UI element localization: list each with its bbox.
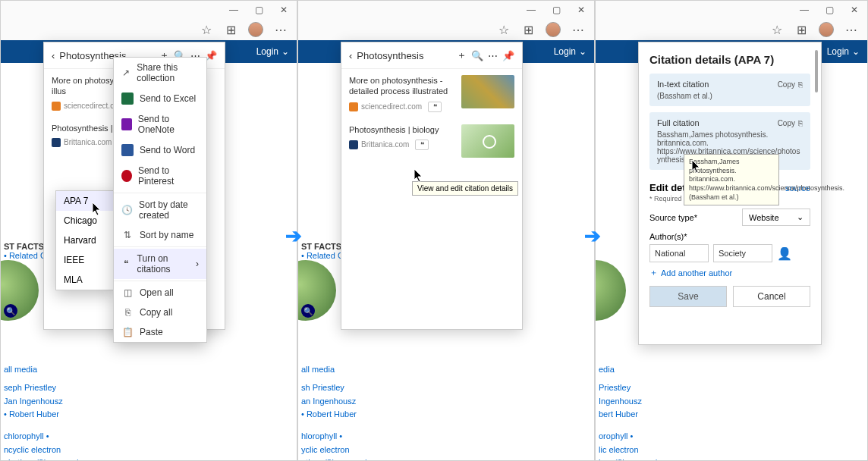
full-label: Full citation	[657, 118, 700, 127]
scrollbar[interactable]	[815, 50, 818, 93]
more-icon[interactable]: ⋯	[571, 23, 585, 36]
author-first-input[interactable]: National	[649, 244, 709, 262]
all-media-link[interactable]: all media	[4, 365, 37, 374]
link-ingenhousz[interactable]: an Ingenhousz	[301, 395, 357, 409]
menu-paste[interactable]: 📋Paste	[114, 322, 206, 342]
intext-citation-box: In-text citation Copy ⎘ (Bassham et al.)	[649, 74, 810, 106]
profile-avatar[interactable]	[546, 22, 561, 37]
menu-sort-date[interactable]: 🕓Sort by date created	[114, 195, 206, 225]
menu-excel[interactable]: Send to Excel	[114, 88, 206, 109]
link-electron[interactable]: ncyclic electron	[4, 445, 61, 454]
menu-sort-name[interactable]: ⇅Sort by name	[114, 225, 206, 245]
profile-avatar[interactable]	[819, 22, 834, 37]
zoom-icon[interactable]: 🔍	[4, 304, 17, 318]
link-resp[interactable]: ior	[599, 458, 608, 461]
link-priestley[interactable]: Priestley	[599, 381, 642, 395]
format-ieee[interactable]: IEEE	[56, 250, 114, 270]
copy-intext-button[interactable]: Copy ⎘	[778, 80, 803, 89]
minimize-button[interactable]: —	[229, 5, 238, 15]
menu-onenote[interactable]: Send to OneNote	[114, 109, 206, 140]
link-electron[interactable]: yclic electron	[301, 445, 350, 454]
link-ingenhousz[interactable]: Ingenhousz	[599, 395, 642, 409]
people-links: sh Priestley an Ingenhousz • Robert Hube…	[301, 381, 357, 422]
link-chlorophyll[interactable]: orophyll	[599, 431, 628, 441]
source-type-select[interactable]: Website ⌄	[742, 209, 810, 226]
window-controls: — ▢ ✕	[206, 1, 297, 19]
copy-icon: ⎘	[798, 119, 803, 127]
more-icon[interactable]: ⋯	[274, 23, 288, 36]
link-chlorophyll[interactable]: hlorophyll	[301, 431, 337, 441]
search-icon[interactable]: 🔍	[471, 50, 483, 61]
collections-icon[interactable]: ⊞	[224, 23, 237, 36]
copy-full-button[interactable]: Copy ⎘	[778, 119, 803, 127]
profile-avatar[interactable]	[248, 22, 263, 37]
login-button[interactable]: Login ⌄	[827, 46, 860, 57]
cancel-button[interactable]: Cancel	[733, 286, 810, 307]
back-icon[interactable]: ‹	[52, 50, 55, 61]
format-apa[interactable]: APA 7	[56, 191, 114, 211]
format-chicago[interactable]: Chicago	[56, 211, 114, 230]
close-button[interactable]: ✕	[577, 5, 585, 15]
login-button[interactable]: Login ⌄	[554, 46, 587, 57]
collections-icon[interactable]: ⊞	[521, 23, 535, 36]
add-author-button[interactable]: ＋ Add another author	[649, 267, 810, 278]
link-resp[interactable]: piratior	[4, 458, 30, 461]
author-last-input[interactable]: Society	[713, 244, 772, 262]
link-huber[interactable]: Robert Huber	[9, 409, 59, 419]
sciencedirect-favicon	[349, 102, 358, 111]
format-harvard[interactable]: Harvard	[56, 230, 114, 250]
chevron-down-icon: ⌄	[281, 46, 289, 57]
menu-copy-all[interactable]: ⎘Copy all	[114, 303, 206, 322]
link-chlorophyll[interactable]: chlorophyll	[4, 431, 44, 441]
more-icon[interactable]: ⋯	[844, 23, 858, 36]
term-links: chlorophyll • ncyclic electron piratior.…	[4, 430, 79, 461]
minimize-button[interactable]: —	[800, 5, 809, 15]
menu-turn-on-citations[interactable]: ❝Turn on citations›	[114, 249, 206, 279]
citation-button-1[interactable]: ❝	[428, 102, 442, 112]
menu-pinterest[interactable]: Send to Pinterest	[114, 161, 206, 191]
zoom-icon[interactable]: 🔍	[301, 304, 315, 318]
format-mla[interactable]: MLA	[56, 270, 114, 290]
collections-icon[interactable]: ⊞	[794, 23, 808, 36]
maximize-button[interactable]: ▢	[826, 5, 834, 15]
facts-heading: ST FACTS	[4, 242, 44, 251]
login-button[interactable]: Login ⌄	[256, 46, 289, 57]
favorites-icon[interactable]: ☆	[770, 23, 784, 36]
menu-share[interactable]: ↗Share this collection	[114, 58, 206, 88]
link-huber[interactable]: Robert Huber	[307, 409, 357, 419]
clock-icon: 🕓	[121, 205, 133, 215]
close-button[interactable]: ✕	[851, 5, 858, 15]
all-media-link[interactable]: all media	[301, 365, 335, 374]
pin-icon[interactable]: 📌	[502, 50, 514, 61]
back-icon[interactable]: ‹	[349, 50, 352, 61]
media-link[interactable]: edia	[599, 365, 615, 374]
sciencedirect-favicon	[52, 102, 61, 111]
link-ingenhousz[interactable]: Jan Ingenhousz	[4, 395, 63, 409]
collection-card-2[interactable]: Photosynthesis | biology Brittanica.com …	[341, 118, 522, 164]
menu-open-all[interactable]: ◫Open all	[114, 283, 206, 303]
maximize-button[interactable]: ▢	[255, 5, 263, 15]
add-icon[interactable]: ＋	[457, 49, 467, 62]
link-huber[interactable]: bert Huber	[599, 409, 638, 419]
collection-card-1[interactable]: More on photosynthesis - detailed proces…	[341, 69, 522, 118]
favorites-icon[interactable]: ☆	[497, 23, 511, 36]
maximize-button[interactable]: ▢	[552, 5, 561, 15]
link-priestley[interactable]: sh Priestley	[301, 381, 357, 395]
collection-title: Photosynthesis	[357, 50, 452, 61]
menu-word[interactable]: Send to Word	[114, 140, 206, 161]
citation-button-2[interactable]: ❝	[415, 140, 429, 150]
citation-panel-title: Citation details (APA 7)	[649, 53, 810, 66]
save-button[interactable]: Save	[649, 286, 727, 307]
link-priestley[interactable]: seph Priestley	[4, 381, 63, 395]
frame-step-2: — ▢ ✕ ☆ ⊞ ⋯ Login ⌄ ST FACTS • Related C…	[297, 0, 595, 461]
facts-heading: ST FACTS	[301, 242, 341, 251]
link-resp[interactable]: atior	[301, 458, 317, 461]
close-button[interactable]: ✕	[280, 5, 288, 15]
paste-icon: 📋	[121, 327, 134, 337]
favorites-icon[interactable]: ☆	[200, 23, 213, 36]
minimize-button[interactable]: —	[527, 5, 536, 15]
more-menu-icon[interactable]: ⋯	[488, 50, 498, 61]
link-electron[interactable]: lic electron	[599, 445, 639, 454]
person-icon[interactable]: 👤	[777, 246, 792, 261]
sort-icon: ⇅	[121, 230, 134, 240]
